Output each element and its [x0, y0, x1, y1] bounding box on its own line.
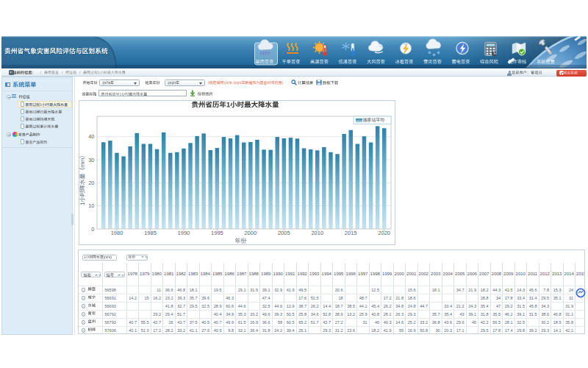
svg-text:1985: 1985	[144, 230, 157, 236]
svg-text:30: 30	[88, 157, 94, 163]
svg-text:40: 40	[88, 133, 94, 140]
svg-text:10: 10	[88, 202, 94, 209]
svg-text:2010: 2010	[311, 230, 323, 236]
svg-text:1990: 1990	[178, 230, 190, 236]
svg-text:20: 20	[88, 180, 94, 186]
svg-text:2015: 2015	[345, 230, 357, 236]
svg-text:2005: 2005	[278, 230, 290, 236]
svg-text:0: 0	[91, 226, 94, 233]
svg-text:1995: 1995	[211, 230, 223, 236]
svg-text:1980: 1980	[111, 230, 123, 236]
svg-text:2020: 2020	[378, 230, 390, 236]
svg-text:2000: 2000	[244, 230, 257, 236]
